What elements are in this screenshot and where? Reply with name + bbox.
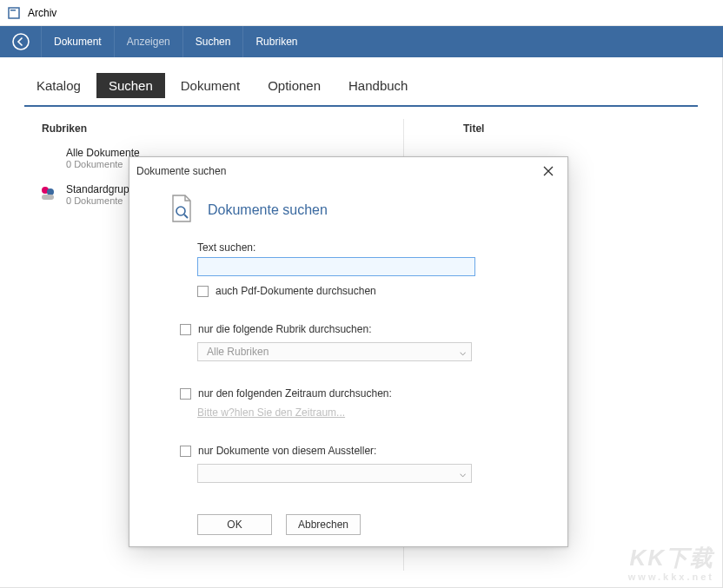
dialog-heading: Dokumente suchen	[208, 202, 328, 218]
tab-suchen[interactable]: Suchen	[96, 73, 165, 98]
aussteller-select[interactable]: ⌵	[197, 464, 472, 483]
ribbon: Dokument Anzeigen Suchen Rubriken	[0, 26, 723, 57]
tab-optionen[interactable]: Optionen	[255, 73, 333, 98]
checkbox-aussteller-label: nur Dokumente von diesem Aussteller:	[198, 445, 376, 457]
ribbon-tab-dokument[interactable]: Dokument	[42, 26, 115, 57]
dialog-title: Dokumente suchen	[136, 165, 226, 177]
checkbox-zeitraum-label: nur den folgenden Zeitraum durchsuchen:	[198, 387, 392, 400]
rubriken-header: Rubriken	[17, 119, 396, 143]
svg-rect-5	[42, 195, 54, 200]
document-search-icon	[169, 194, 194, 226]
svg-point-6	[176, 207, 185, 215]
back-button[interactable]	[0, 26, 42, 57]
ribbon-tab-anzeigen[interactable]: Anzeigen	[115, 26, 183, 57]
app-title: Archiv	[28, 7, 56, 19]
tab-dokument[interactable]: Dokument	[169, 73, 252, 98]
svg-point-2	[13, 34, 29, 50]
zeitraum-link[interactable]: Bitte w?hlen Sie den Zeitraum...	[197, 406, 547, 419]
titel-header: Titel	[439, 119, 705, 143]
cancel-button[interactable]: Abbrechen	[286, 514, 361, 535]
checkbox-rubrik-label: nur die folgende Rubrik durchsuchen:	[198, 323, 371, 335]
checkbox-zeitraum[interactable]	[180, 388, 191, 400]
secondary-tabs: Katalog Suchen Dokument Optionen Handbuc…	[0, 57, 722, 98]
checkbox-pdf[interactable]	[197, 286, 209, 297]
search-dialog: Dokumente suchen Dokumente suchen Text s…	[129, 156, 568, 547]
ok-button[interactable]: OK	[197, 514, 272, 535]
close-button[interactable]	[536, 162, 560, 180]
group-icon	[38, 183, 57, 202]
search-label: Text suchen:	[197, 241, 547, 254]
divider	[24, 105, 698, 107]
dialog-body: Dokumente suchen Text suchen: auch Pdf-D…	[129, 185, 567, 549]
ribbon-tab-suchen[interactable]: Suchen	[183, 26, 244, 57]
checkbox-rubrik[interactable]	[180, 324, 191, 335]
svg-rect-1	[10, 10, 16, 11]
dialog-heading-row: Dokumente suchen	[169, 194, 547, 226]
tab-katalog[interactable]: Katalog	[24, 73, 93, 98]
search-input[interactable]	[197, 257, 475, 276]
svg-point-4	[47, 188, 54, 195]
chevron-down-icon: ⌵	[460, 467, 466, 479]
rubrik-select-value: Alle Rubriken	[207, 346, 269, 358]
title-bar: Archiv	[0, 0, 723, 26]
tab-handbuch[interactable]: Handbuch	[336, 73, 420, 98]
checkbox-pdf-label: auch Pdf-Dokumente durchsuchen	[216, 285, 376, 297]
chevron-down-icon: ⌵	[460, 346, 466, 358]
dialog-titlebar: Dokumente suchen	[129, 157, 567, 185]
rubrik-select[interactable]: Alle Rubriken ⌵	[197, 342, 472, 361]
app-icon	[7, 6, 21, 20]
checkbox-aussteller[interactable]	[180, 446, 191, 457]
ribbon-tab-rubriken[interactable]: Rubriken	[243, 26, 309, 57]
svg-rect-0	[9, 8, 19, 18]
